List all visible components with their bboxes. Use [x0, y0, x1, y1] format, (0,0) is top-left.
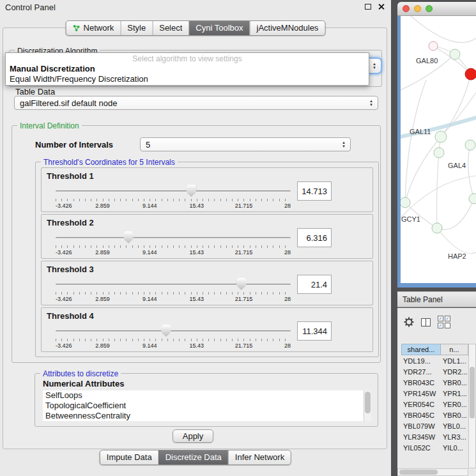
- network-node[interactable]: [401, 197, 410, 208]
- table-row[interactable]: YPR145W YPR1...: [401, 388, 468, 399]
- slider-track[interactable]: [56, 190, 291, 192]
- table-row[interactable]: YBR043C YBR0...: [401, 377, 468, 388]
- close-window-icon[interactable]: [403, 5, 410, 12]
- network-node[interactable]: [450, 49, 460, 59]
- table-panel-title: Table Panel: [403, 295, 443, 304]
- cell-shared-name[interactable]: YDL19...: [401, 357, 441, 365]
- tab-cyni-toolbox[interactable]: Cyni Toolbox: [188, 21, 249, 35]
- slider-thumb[interactable]: [186, 185, 196, 197]
- table-row[interactable]: YDL19... YDL1...: [401, 355, 468, 366]
- tab-discretize-data[interactable]: Discretize Data: [158, 450, 228, 464]
- float-panel-icon[interactable]: [365, 4, 371, 10]
- threshold-1-box: Threshold 1 -3.426 2.859 9.144 15.43 21.…: [41, 167, 373, 212]
- table-vertical-scrollbar[interactable]: [468, 344, 476, 468]
- cell-name[interactable]: YBR0...: [441, 411, 468, 419]
- cell-name[interactable]: YER0...: [441, 401, 468, 408]
- number-of-intervals-combobox[interactable]: 5 ▲▼: [140, 137, 351, 151]
- cell-name[interactable]: YIL0...: [441, 444, 468, 452]
- slider-tick-labels: -3.426 2.859 9.144 15.43 21.715 28: [56, 296, 291, 302]
- tab-select[interactable]: Select: [152, 21, 188, 35]
- columns-icon[interactable]: [421, 318, 431, 326]
- slider-track[interactable]: [56, 237, 291, 239]
- tick-label: -3.426: [56, 296, 72, 302]
- cell-name[interactable]: YDR2...: [441, 368, 468, 376]
- dropdown-option-manual[interactable]: Manual Discretization: [6, 63, 369, 73]
- slider-thumb[interactable]: [123, 231, 134, 243]
- list-item[interactable]: TopologicalCoefficient: [43, 401, 371, 411]
- network-canvas[interactable]: GAL80 GAL11 GAL4 GCY1 HAP2: [401, 16, 476, 283]
- threshold-3-value-field[interactable]: 21.4: [297, 275, 332, 294]
- table-row[interactable]: YDR27... YDR2...: [401, 366, 468, 377]
- network-node[interactable]: [465, 140, 475, 150]
- numerical-attributes-list[interactable]: SelfLoops TopologicalCoefficient Between…: [43, 390, 371, 421]
- slider-track[interactable]: [56, 330, 291, 332]
- number-of-intervals-label: Number of Intervals: [35, 140, 113, 150]
- column-header-shared-name[interactable]: shared...: [401, 344, 441, 355]
- table-panel-header[interactable]: Table Panel: [397, 291, 476, 307]
- table-row[interactable]: YIL052C YIL0...: [401, 442, 468, 453]
- cell-shared-name[interactable]: YLR345W: [401, 433, 441, 441]
- threshold-1-slider[interactable]: -3.426 2.859 9.144 15.43 21.715 28: [56, 185, 291, 210]
- zoom-window-icon[interactable]: [426, 5, 433, 12]
- threshold-1-value-field[interactable]: 14.713: [297, 181, 332, 201]
- network-graph: GAL80 GAL11 GAL4 GCY1 HAP2: [401, 16, 476, 283]
- cell-shared-name[interactable]: YDR27...: [401, 368, 441, 376]
- scrollbar-thumb[interactable]: [399, 470, 438, 475]
- network-node-selected[interactable]: [465, 68, 476, 80]
- minimize-window-icon[interactable]: [414, 5, 421, 12]
- cell-name[interactable]: YBL0...: [441, 422, 468, 430]
- list-item[interactable]: BetweennessCentrality: [43, 411, 371, 421]
- network-window-titlebar[interactable]: [397, 2, 476, 16]
- close-panel-icon[interactable]: [378, 3, 385, 10]
- list-item[interactable]: SelfLoops: [43, 390, 371, 401]
- table-data-combobox[interactable]: galFiltered.sif default node ▲▼: [14, 96, 378, 110]
- network-node[interactable]: [429, 42, 438, 50]
- table-row[interactable]: YLR345W YLR3...: [401, 431, 468, 442]
- threshold-2-value-field[interactable]: 6.316: [297, 228, 332, 247]
- table-row[interactable]: YER054C YER0...: [401, 399, 468, 410]
- cell-name[interactable]: YDL1...: [441, 357, 468, 365]
- gear-icon[interactable]: [404, 317, 414, 327]
- network-node[interactable]: [434, 148, 444, 158]
- threshold-4-slider[interactable]: -3.426 2.859 9.144 15.43 21.715 28: [56, 325, 291, 350]
- scrollbar-thumb[interactable]: [365, 392, 371, 413]
- select-columns-icon[interactable]: ✓ ✓ ✓: [438, 316, 450, 328]
- threshold-2-label: Threshold 2: [47, 218, 94, 227]
- tick-label: 28: [284, 296, 291, 302]
- cell-name[interactable]: YPR1...: [441, 390, 468, 397]
- combo-stepper-icon: ▲▼: [369, 99, 373, 107]
- table-row[interactable]: YBR045C YBR0...: [401, 410, 468, 420]
- threshold-3-slider[interactable]: -3.426 2.859 9.144 15.43 21.715 28: [56, 278, 291, 303]
- cell-shared-name[interactable]: YBR045C: [401, 411, 441, 419]
- slider-thumb[interactable]: [236, 278, 247, 290]
- cell-shared-name[interactable]: YBR043C: [401, 379, 441, 387]
- network-node[interactable]: [432, 223, 442, 233]
- cell-name[interactable]: YBR0...: [441, 379, 468, 387]
- column-header-name[interactable]: n...: [441, 344, 468, 355]
- list-scrollbar[interactable]: [364, 390, 371, 421]
- tab-jactivemnodules[interactable]: jActiveMNodules: [250, 21, 325, 35]
- table-data-label: Table Data: [15, 87, 55, 96]
- threshold-2-slider[interactable]: -3.426 2.859 9.144 15.43 21.715 28: [56, 231, 291, 257]
- cell-shared-name[interactable]: YPR145W: [401, 390, 441, 397]
- table-row[interactable]: YBL079W YBL0...: [401, 420, 468, 431]
- cell-shared-name[interactable]: YBL079W: [401, 422, 441, 430]
- tab-network[interactable]: Network: [66, 21, 121, 35]
- scrollbar-thumb[interactable]: [470, 367, 475, 418]
- slider-track[interactable]: [56, 284, 291, 286]
- table-horizontal-scrollbar[interactable]: [397, 468, 468, 476]
- cell-shared-name[interactable]: YIL052C: [401, 444, 441, 452]
- cell-name[interactable]: YLR3...: [441, 433, 468, 441]
- network-node[interactable]: [469, 194, 476, 204]
- combo-stepper-icon: ▲▼: [342, 141, 346, 148]
- tab-style[interactable]: Style: [120, 21, 152, 35]
- cell-shared-name[interactable]: YER054C: [401, 401, 441, 408]
- tab-infer-network[interactable]: Infer Network: [228, 450, 291, 464]
- slider-ticks: [56, 292, 291, 295]
- tab-impute-data[interactable]: Impute Data: [100, 450, 158, 464]
- threshold-4-value-field[interactable]: 11.344: [297, 321, 332, 341]
- slider-thumb[interactable]: [161, 325, 171, 337]
- apply-button[interactable]: Apply: [173, 429, 213, 443]
- dropdown-option-equal-width[interactable]: Equal Width/Frequency Discretization: [6, 73, 369, 84]
- network-node[interactable]: [435, 131, 447, 142]
